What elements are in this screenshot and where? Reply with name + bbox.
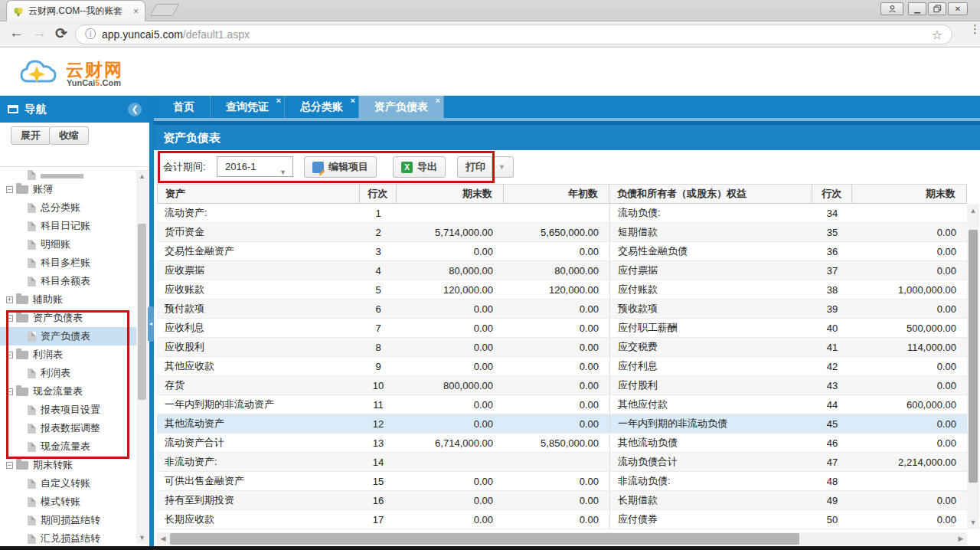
splitter-collapse-handle[interactable]: ◂ [148, 306, 154, 342]
collapse-icon[interactable]: − [6, 186, 13, 193]
table-row[interactable]: 可供出售金融资产150.000.00非流动负债:48 [157, 472, 967, 491]
new-tab-button[interactable] [150, 4, 180, 16]
liability-line-no: 46 [812, 434, 852, 452]
table-row[interactable]: 一年内到期的非流动资产110.000.00其他应付款44600,000.00 [157, 395, 967, 414]
tree-item-辅助账[interactable]: +辅助账 [0, 290, 136, 309]
tree-item-科目多栏账[interactable]: 科目多栏账 [0, 254, 136, 272]
tree-item-期间损益结转[interactable]: 期间损益结转 [0, 511, 136, 529]
workspace-tab[interactable]: 查询凭证× [211, 96, 285, 118]
expand-all-button[interactable]: 展开 [11, 126, 51, 145]
tree-item-报表项目设置[interactable]: 报表项目设置 [0, 401, 136, 419]
scroll-right-icon[interactable]: ▶ [955, 532, 967, 545]
tree-item-科目余额表[interactable]: 科目余额表 [0, 272, 136, 290]
bookmark-star-icon[interactable]: ☆ [932, 28, 942, 42]
tree-item-自定义转账[interactable]: 自定义转账 [0, 474, 136, 493]
table-vscrollbar[interactable]: ▲ ▼ [967, 204, 979, 529]
table-row[interactable]: 货币资金25,714,000.005,650,000.00短期借款350.00 [157, 223, 967, 242]
scroll-up-icon[interactable]: ▲ [967, 207, 979, 214]
table-row[interactable]: 非流动资产:14流动负债合计472,214,000.00 [157, 453, 967, 472]
site-favicon [13, 6, 24, 17]
tab-close-icon[interactable]: × [351, 96, 355, 106]
tree-item-科目日记账[interactable]: 科目日记账 [0, 217, 136, 235]
yuncai-logo[interactable]: 云财网 YunCai5.Com [18, 54, 133, 90]
folder-icon [16, 351, 28, 359]
tree-item-现金流量表[interactable]: 现金流量表 [0, 437, 136, 456]
column-header: 资产 [157, 185, 360, 203]
table-row[interactable]: 应收利息70.000.00应付职工薪酬40500,000.00 [157, 319, 967, 338]
tree-item-账簿[interactable]: −账簿 [0, 180, 136, 198]
table-row[interactable]: 长期应收款170.000.00应付债券500.00 [157, 510, 967, 529]
scrollbar-thumb[interactable] [170, 533, 799, 545]
collapse-icon[interactable]: − [6, 388, 13, 395]
browser-menu-icon[interactable]: ⋮ [969, 27, 974, 31]
url-field[interactable]: ⓘ app.yuncai5.com /default1.aspx ☆ [75, 25, 952, 44]
restore-button[interactable] [928, 2, 946, 15]
table-row[interactable]: 交易性金融资产30.000.00交易性金融负债360.00 [157, 242, 967, 261]
tab-close-icon[interactable]: × [133, 7, 139, 16]
table-row[interactable]: 应收股利80.000.00应交税费41114,000.00 [157, 338, 967, 357]
scrollbar-thumb[interactable] [969, 230, 978, 483]
scroll-down-icon[interactable]: ▼ [967, 519, 979, 526]
asset-ending-balance: 0.00 [397, 338, 504, 356]
tree-item-利润表[interactable]: 利润表 [0, 364, 136, 382]
table-row[interactable]: 其他流动资产120.000.00一年内到期的非流动负债450.00 [157, 414, 967, 434]
table-row[interactable]: 预付款项60.000.00预收款项390.00 [157, 300, 967, 319]
page-info-icon[interactable]: ⓘ [85, 28, 96, 41]
period-select[interactable]: 2016-1 ▼ [217, 156, 293, 177]
asset-ending-balance: 0.00 [397, 491, 504, 509]
tree-item-资产负债表[interactable]: −资产负债表 [0, 309, 136, 327]
workspace-tab[interactable]: 总分类账× [285, 96, 359, 118]
tree-item[interactable] [0, 170, 136, 180]
edit-items-button[interactable]: 编辑项目 [304, 156, 377, 178]
workspace-tab-bar: 首页查询凭证×总分类账×资产负债表× [154, 96, 980, 118]
asset-line-no: 11 [360, 395, 397, 414]
tab-close-icon[interactable]: × [276, 96, 281, 106]
minimize-button[interactable]: ▁ [908, 2, 926, 15]
profile-button[interactable] [880, 2, 903, 15]
tree-item-模式转账[interactable]: 模式转账 [0, 493, 136, 511]
tree-item-明细账[interactable]: 明细账 [0, 235, 136, 254]
sidebar-collapse-button[interactable]: ❮ [128, 103, 142, 116]
expand-icon[interactable]: + [6, 296, 13, 303]
table-row[interactable]: 存货10800,000.000.00应付股利430.00 [157, 376, 967, 395]
tree-item-利润表[interactable]: −利润表 [0, 345, 136, 364]
tab-close-icon[interactable]: × [436, 96, 440, 106]
table-row[interactable]: 其他应收款90.000.00应付利息420.00 [157, 357, 967, 376]
table-hscrollbar[interactable]: ◀ ▶ [157, 532, 967, 545]
table-row[interactable]: 应收账款5120,000.00120,000.00应付账款381,000,000… [157, 280, 967, 300]
liability-ending-balance: 0.00 [852, 510, 967, 529]
sidebar-separator [0, 166, 149, 167]
tree-item-期末转账[interactable]: −期末转账 [0, 456, 136, 474]
table-header-row: 资产行次期末数年初数负债和所有者（或股东）权益行次期末数 [157, 184, 967, 204]
collapse-icon[interactable]: − [6, 462, 13, 469]
asset-name: 应收股利 [157, 338, 360, 356]
workspace-tab[interactable]: 首页 [158, 96, 211, 118]
reload-icon[interactable]: ⟳ [55, 25, 67, 42]
scroll-left-icon[interactable]: ◀ [157, 532, 169, 545]
collapse-all-button[interactable]: 收缩 [49, 126, 89, 145]
scroll-down-icon[interactable]: ▼ [136, 534, 148, 542]
table-row[interactable]: 应收票据480,000.0080,000.00应付票据370.00 [157, 261, 967, 280]
tree-item-总分类账[interactable]: 总分类账 [0, 198, 136, 217]
collapse-icon[interactable]: − [6, 352, 13, 358]
asset-line-no: 9 [360, 357, 397, 375]
table-row[interactable]: 持有至到期投资160.000.00长期借款490.00 [157, 491, 967, 510]
table-row[interactable]: 流动资产:1流动负债:34 [157, 204, 967, 223]
close-button[interactable]: ✕ [948, 2, 968, 15]
print-button[interactable]: 打印 ▼ [457, 156, 514, 178]
collapse-icon[interactable]: − [6, 315, 13, 322]
table-row[interactable]: 流动资产合计136,714,000.005,850,000.00其他流动负债46… [157, 434, 967, 453]
browser-tab[interactable]: 云财网.COM--我的账套 × [6, 0, 145, 21]
export-button[interactable]: X 导出 [393, 156, 446, 178]
tree-item-现金流量表[interactable]: −现金流量表 [0, 382, 136, 401]
workspace-tab[interactable]: 资产负债表× [359, 96, 444, 118]
back-icon[interactable]: ← [9, 25, 24, 41]
tree-item-汇兑损益结转[interactable]: 汇兑损益结转 [0, 529, 136, 547]
scrollbar-thumb[interactable] [138, 224, 146, 400]
chevron-down-icon[interactable]: ▼ [492, 157, 505, 177]
tree-item-资产负债表[interactable]: 资产负债表 [0, 327, 136, 345]
asset-ending-balance: 0.00 [397, 242, 504, 260]
tree-item-报表数据调整[interactable]: 报表数据调整 [0, 419, 136, 437]
scroll-up-icon[interactable]: ▲ [136, 172, 148, 180]
sidebar-scrollbar[interactable]: ▲ ▼ [136, 170, 148, 544]
